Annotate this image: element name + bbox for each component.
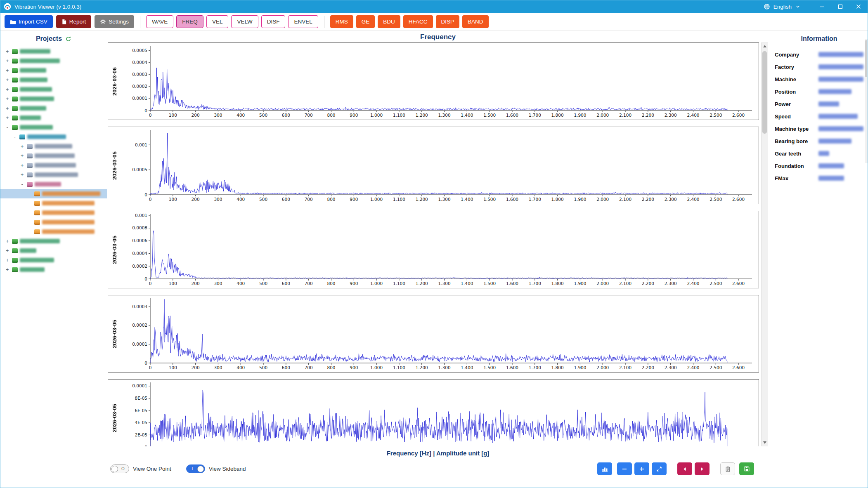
- zoom-in-button[interactable]: [634, 462, 649, 475]
- tree-item[interactable]: +: [0, 151, 107, 160]
- close-button[interactable]: [849, 0, 868, 13]
- expand-icon[interactable]: +: [5, 77, 10, 83]
- collapse-icon[interactable]: -: [19, 182, 25, 187]
- tree-item[interactable]: +: [0, 170, 107, 179]
- tree-item[interactable]: -: [0, 132, 107, 141]
- tree-item[interactable]: +: [0, 56, 107, 66]
- previous-button[interactable]: [677, 462, 692, 475]
- report-button[interactable]: Report: [56, 15, 92, 28]
- tree-item[interactable]: +: [0, 85, 107, 94]
- svg-text:0: 0: [149, 365, 152, 370]
- expand-icon[interactable]: +: [5, 238, 10, 244]
- next-button[interactable]: [695, 462, 710, 475]
- expand-icon[interactable]: +: [5, 68, 10, 73]
- spectrum-chart-panel[interactable]: 2026-03-060.00050.00040.00030.00020.0001…: [108, 42, 759, 120]
- svg-text:400: 400: [237, 365, 245, 370]
- view-button-vel[interactable]: VEL: [206, 15, 229, 28]
- metric-button-disp[interactable]: DISP: [436, 15, 460, 28]
- reset-view-button[interactable]: [597, 462, 612, 475]
- spectrum-chart-panel[interactable]: 2026-03-050.00018E-056E-054E-052E-050010…: [108, 379, 759, 446]
- tree-item[interactable]: +: [0, 236, 107, 246]
- tree-item[interactable]: +: [0, 255, 107, 265]
- spectrum-chart-panel[interactable]: 2026-03-050.0010.00050010020030040050060…: [108, 127, 759, 204]
- svg-text:700: 700: [305, 113, 313, 118]
- view-button-disf[interactable]: DISF: [261, 15, 286, 28]
- svg-text:2.200: 2.200: [642, 113, 654, 118]
- minimize-button[interactable]: [813, 0, 831, 13]
- info-panel: Information CompanyFactoryMachinePositio…: [769, 31, 868, 488]
- svg-text:0.0004: 0.0004: [132, 60, 147, 65]
- zoom-out-button[interactable]: [617, 462, 632, 475]
- view-one-point-toggle[interactable]: O: [110, 464, 129, 473]
- save-button[interactable]: [739, 462, 754, 475]
- spectrum-plot: 0.0010.00080.00060.00040.000200100200300…: [121, 211, 759, 288]
- info-scrollbar-thumb[interactable]: [865, 40, 867, 77]
- expand-icon[interactable]: +: [5, 248, 10, 254]
- tree-item[interactable]: -: [0, 123, 107, 132]
- scroll-up-button[interactable]: [762, 43, 768, 50]
- tree-item[interactable]: +: [0, 265, 107, 274]
- chart-date-label: 2026-03-05: [108, 380, 121, 446]
- svg-text:2.200: 2.200: [642, 197, 654, 202]
- expand-icon[interactable]: +: [5, 87, 10, 92]
- metric-button-bdu[interactable]: BDU: [378, 15, 400, 28]
- expand-icon[interactable]: +: [5, 106, 10, 111]
- metric-button-rms[interactable]: RMS: [330, 15, 353, 28]
- view-button-freq[interactable]: FREQ: [176, 15, 203, 28]
- metric-button-hfacc[interactable]: HFACC: [403, 15, 433, 28]
- charts-scrollbar[interactable]: [761, 42, 768, 446]
- expand-icon[interactable]: +: [5, 115, 10, 121]
- expand-icon[interactable]: +: [5, 257, 10, 263]
- tree-item[interactable]: +: [0, 104, 107, 113]
- tree-item[interactable]: +: [0, 75, 107, 85]
- tree-item[interactable]: +: [0, 160, 107, 170]
- tree-item[interactable]: +: [0, 141, 107, 151]
- info-scrollbar[interactable]: [865, 39, 868, 163]
- expand-icon[interactable]: +: [5, 49, 10, 54]
- tree-item[interactable]: [0, 189, 107, 198]
- svg-text:1.300: 1.300: [438, 365, 451, 370]
- spectrum-chart-panel[interactable]: 2026-03-050.0010.00080.00060.00040.00020…: [108, 211, 759, 288]
- collapse-icon[interactable]: -: [12, 134, 17, 140]
- svg-text:2.200: 2.200: [642, 365, 654, 370]
- spectrum-chart-panel[interactable]: 2026-03-050.00030.00020.0001001002003004…: [108, 295, 759, 372]
- expand-icon[interactable]: +: [19, 144, 25, 149]
- expand-icon[interactable]: +: [5, 96, 10, 102]
- tree-item[interactable]: +: [0, 246, 107, 255]
- fit-view-button[interactable]: [652, 462, 667, 475]
- info-row: Bearing bore: [775, 135, 863, 147]
- tree-item[interactable]: +: [0, 66, 107, 75]
- import-csv-button[interactable]: Import CSV: [5, 15, 53, 28]
- copy-button[interactable]: [720, 462, 735, 475]
- expand-icon[interactable]: +: [19, 172, 25, 178]
- tree-item[interactable]: +: [0, 47, 107, 56]
- refresh-icon[interactable]: [65, 36, 71, 42]
- tree-item[interactable]: +: [0, 94, 107, 104]
- tree-item[interactable]: -: [0, 179, 107, 189]
- tree-item[interactable]: [0, 227, 107, 236]
- metric-button-band[interactable]: BAND: [462, 15, 489, 28]
- tree-item[interactable]: [0, 217, 107, 227]
- metric-button-ge[interactable]: GE: [356, 15, 375, 28]
- language-selector[interactable]: English: [764, 3, 801, 10]
- maximize-button[interactable]: [831, 0, 849, 13]
- expand-icon[interactable]: +: [19, 153, 25, 159]
- expand-icon[interactable]: +: [19, 163, 25, 168]
- scroll-down-button[interactable]: [762, 439, 768, 446]
- tree-node-icon: [34, 191, 40, 196]
- settings-button[interactable]: Settings: [95, 15, 134, 28]
- svg-text:1.300: 1.300: [438, 197, 451, 202]
- tree-item[interactable]: [0, 198, 107, 208]
- tree-item[interactable]: [0, 208, 107, 217]
- expand-icon[interactable]: +: [5, 267, 10, 273]
- info-label: Bearing bore: [775, 138, 818, 144]
- view-button-wave[interactable]: WAVE: [146, 15, 173, 28]
- collapse-icon[interactable]: -: [5, 125, 10, 130]
- expand-icon[interactable]: +: [5, 58, 10, 64]
- view-button-envel[interactable]: ENVEL: [288, 15, 318, 28]
- view-button-velw[interactable]: VELW: [231, 15, 258, 28]
- tree-item[interactable]: +: [0, 113, 107, 123]
- view-sideband-toggle[interactable]: I: [186, 464, 205, 473]
- svg-text:0: 0: [144, 445, 147, 447]
- scrollbar-thumb[interactable]: [762, 51, 767, 134]
